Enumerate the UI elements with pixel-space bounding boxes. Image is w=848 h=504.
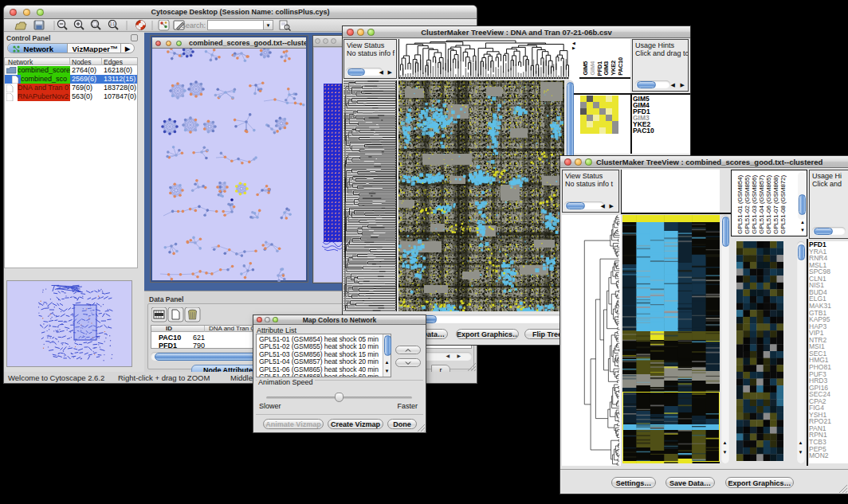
svg-text:1:1: 1:1 (110, 22, 116, 26)
